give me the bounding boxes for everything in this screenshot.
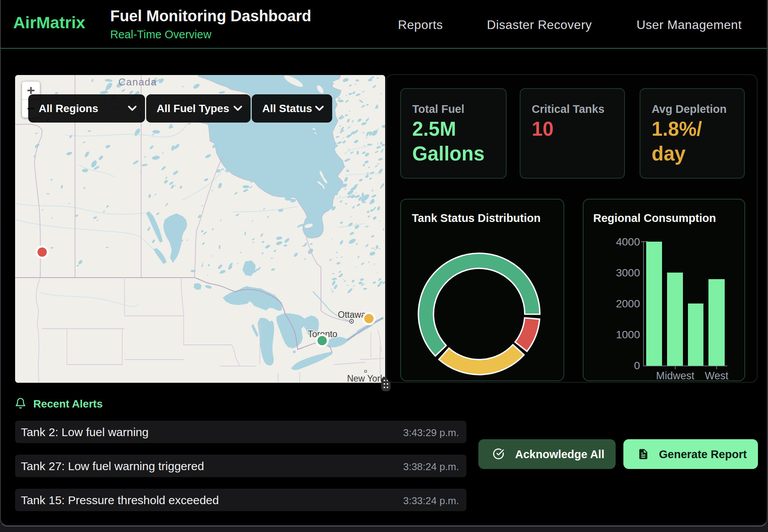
svg-text:3000: 3000 [616, 267, 640, 279]
svg-text:Ottawa: Ottawa [338, 310, 366, 320]
svg-text:1000: 1000 [616, 329, 640, 341]
svg-text:Canada: Canada [118, 76, 157, 88]
svg-text:Midwest: Midwest [656, 370, 695, 382]
svg-text:West: West [705, 370, 729, 382]
svg-text:0: 0 [634, 360, 640, 372]
svg-text:2000: 2000 [616, 298, 640, 310]
svg-text:New York: New York [347, 373, 385, 383]
svg-text:4000: 4000 [616, 236, 640, 248]
